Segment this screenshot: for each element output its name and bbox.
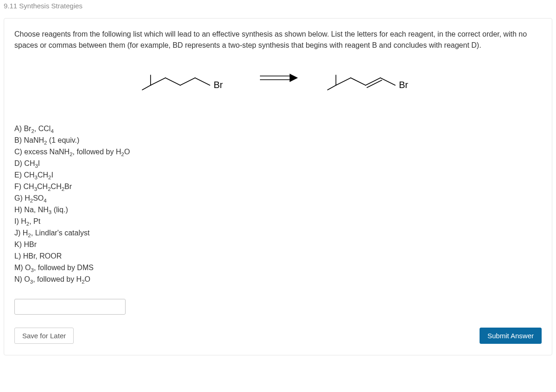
reagent-L: L) HBr, ROOR [14, 251, 542, 262]
save-for-later-button[interactable]: Save for Later [14, 328, 74, 344]
br-label-left: Br [214, 80, 223, 90]
svg-line-5 [195, 78, 210, 85]
reagent-E: E) CH3CH2I [14, 170, 542, 181]
svg-line-0 [142, 85, 151, 90]
reaction-diagram: Br Br [14, 60, 542, 95]
reagent-K: K) HBr [14, 239, 542, 250]
svg-line-11 [336, 78, 351, 85]
reagent-N: N) O3, followed by H2O [14, 274, 542, 285]
reagent-list: A) Br2, CCl4 B) NaNH2 (1 equiv.) C) exce… [14, 123, 542, 285]
reagent-J: J) H2, Lindlar's catalyst [14, 228, 542, 239]
reagent-F: F) CH3CH2CH2Br [14, 181, 542, 192]
svg-line-4 [180, 78, 195, 85]
svg-line-14 [367, 80, 382, 88]
question-panel: Choose reagents from the following list … [4, 18, 552, 355]
svg-line-9 [328, 85, 336, 90]
reagent-G: G) H2SO4 [14, 193, 542, 204]
br-label-right: Br [399, 80, 408, 90]
svg-line-3 [165, 78, 180, 85]
reagent-M: M) O3, followed by DMS [14, 262, 542, 273]
reagent-A: A) Br2, CCl4 [14, 123, 542, 134]
structure-right: Br [317, 60, 424, 95]
svg-line-2 [151, 78, 165, 85]
svg-marker-8 [290, 74, 298, 82]
question-prompt: Choose reagents from the following list … [14, 29, 542, 51]
section-title: 9.11 Synthesis Strategies [4, 0, 552, 18]
reagent-D: D) CH3I [14, 158, 542, 169]
reagent-I: I) H2, Pt [14, 216, 542, 227]
structure-left: Br [132, 60, 239, 95]
reaction-arrow-icon [257, 71, 299, 85]
svg-line-12 [351, 78, 366, 85]
submit-answer-button[interactable]: Submit Answer [480, 328, 542, 344]
footer-row: Save for Later Submit Answer [14, 328, 542, 344]
reagent-B: B) NaNH2 (1 equiv.) [14, 135, 542, 146]
reagent-H: H) Na, NH3 (liq.) [14, 204, 542, 215]
svg-line-13 [366, 78, 380, 85]
reagent-C: C) excess NaNH2, followed by H2O [14, 146, 542, 158]
answer-input[interactable] [14, 299, 126, 315]
svg-line-15 [380, 78, 395, 85]
